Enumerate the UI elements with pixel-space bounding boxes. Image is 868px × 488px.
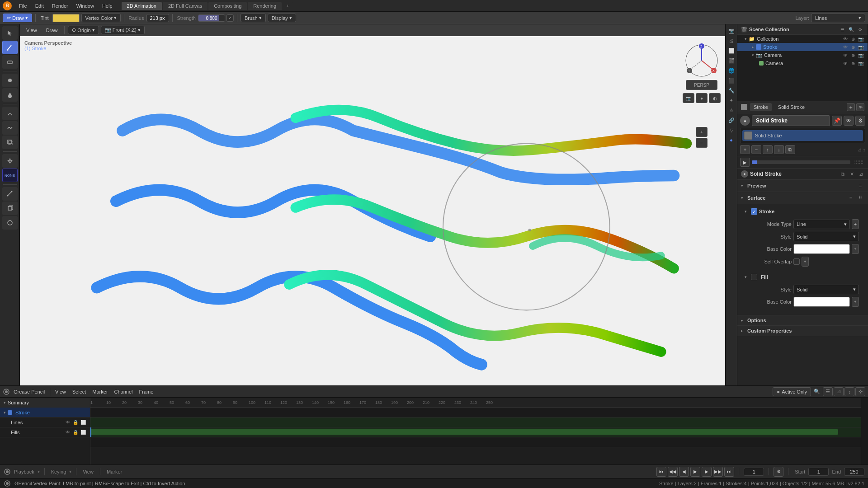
menu-help[interactable]: Help [99, 2, 116, 9]
stroke-eye-icon[interactable]: 👁 [842, 44, 849, 50]
mat-copy-btn[interactable]: ⧉ [785, 145, 795, 154]
search-tl-icon[interactable]: 🔍 [812, 389, 822, 394]
active-only-btn[interactable]: ● Active Only [773, 387, 811, 396]
material-name-btn[interactable]: Solid Stroke [752, 115, 830, 126]
stroke-cursor-icon[interactable]: ⊕ [850, 44, 856, 50]
tl-channel-btn[interactable]: Channel [112, 388, 136, 395]
smooth-tool-btn[interactable] [2, 121, 18, 135]
tl-sort-btn[interactable]: ↕ [844, 387, 854, 396]
prev-frame-btn[interactable]: ◀ [679, 467, 689, 477]
navigation-gizmo[interactable]: Z X Y [684, 42, 720, 79]
lines-hide-icon[interactable]: ⬜ [80, 419, 86, 426]
add-workspace-tab[interactable]: + [283, 2, 292, 10]
prev-keyframe-btn[interactable]: ◀◀ [668, 467, 678, 477]
sculpt-tool-btn[interactable] [2, 107, 18, 120]
play-pause-btn[interactable]: ▶ [740, 158, 750, 167]
mat-add-btn[interactable]: + [740, 145, 750, 154]
tl-funnel-btn[interactable]: ⊿ [834, 387, 844, 396]
tl-lines-row[interactable]: Lines 👁 🔒 ⬜ [0, 418, 90, 427]
prop-tab-material[interactable]: ● [727, 136, 736, 145]
tl-view-btn[interactable]: View [52, 388, 69, 395]
stroke-base-color-swatch[interactable] [793, 244, 850, 254]
outliner-item-collection[interactable]: ▾ 📁 Collection 👁 ⊕ 📷 [737, 35, 868, 43]
camera-child-cursor-icon[interactable]: ⊕ [850, 60, 856, 66]
fills-eye-icon[interactable]: 👁 [65, 429, 71, 436]
brush-btn[interactable]: Brush ▾ [241, 14, 266, 22]
strength-checkbox[interactable]: ✓ [226, 14, 234, 22]
menu-render[interactable]: Render [48, 2, 72, 9]
next-keyframe-btn[interactable]: ▶▶ [713, 467, 723, 477]
lines-lock-icon[interactable]: 🔒 [72, 419, 79, 426]
end-frame-input[interactable]: 250 [844, 468, 864, 476]
tab-compositing[interactable]: Compositing [208, 2, 247, 10]
jump-end-btn[interactable]: ⏭ [724, 467, 734, 477]
solid-stroke-tab[interactable]: Solid Stroke [774, 103, 808, 111]
zoom-out-btn[interactable]: − [696, 138, 708, 148]
fill-base-color-more-btn[interactable]: + [852, 297, 859, 307]
zoom-in-btn[interactable]: + [696, 127, 708, 137]
viewport-camera-btn[interactable]: 📷 Front (X:Z) ▾ [101, 26, 145, 34]
surface-section-header[interactable]: ▾ Surface ≡ ⠿ [737, 192, 868, 204]
animation-scrubber[interactable] [752, 160, 850, 164]
tl-snap-btn[interactable]: ⊹ [855, 387, 865, 396]
mode-type-more-btn[interactable]: + [852, 219, 859, 229]
prop-tab-scene[interactable]: 🎬 [727, 56, 736, 65]
viewport-origin-btn[interactable]: ⊕ Origin ▾ [68, 26, 99, 34]
mat-pin-btn[interactable]: 📌 [832, 116, 842, 126]
menu-window[interactable]: Window [73, 2, 98, 9]
mat-remove-btn[interactable]: − [751, 145, 761, 154]
surface-list-icon[interactable]: ≡ [847, 194, 855, 202]
prop-tab-output[interactable]: 🖨 [727, 36, 736, 45]
camera-parent-eye-icon[interactable]: 👁 [842, 52, 849, 58]
main-viewport[interactable]: View Draw ⊕ Origin ▾ 📷 Front (X:Z) ▾ Cam… [20, 24, 725, 385]
tint-color-swatch[interactable] [52, 14, 80, 22]
lines-eye-icon[interactable]: 👁 [65, 419, 71, 426]
viewport-persp-btn[interactable]: PERSP [686, 80, 717, 90]
next-frame-btn[interactable]: ▶ [702, 467, 712, 477]
tint-tool-btn[interactable] [2, 88, 18, 102]
jump-start-btn[interactable]: ⏮ [656, 467, 666, 477]
stroke-tab[interactable]: Stroke [750, 103, 772, 111]
prop-tab-render[interactable]: 📷 [727, 26, 736, 35]
prop-tab-physics[interactable]: ⚛ [727, 106, 736, 115]
prop-tab-data[interactable]: ▽ [727, 126, 736, 135]
erase-tool-btn[interactable] [2, 55, 18, 69]
mat-up-btn[interactable]: ↑ [763, 145, 773, 154]
vertex-color-btn[interactable]: Vertex Color ▾ [81, 14, 121, 22]
prop-tab-world[interactable]: 🌐 [727, 66, 736, 75]
prop-tab-view-layer[interactable]: ⬜ [727, 46, 736, 55]
display-btn[interactable]: Display ▾ [268, 14, 296, 22]
outliner-item-stroke[interactable]: ▸ Stroke 👁 ⊕ 📷 [737, 43, 868, 51]
fill-base-color-swatch[interactable] [793, 297, 850, 307]
collection-render-icon[interactable]: 📷 [858, 36, 864, 42]
options-section-header[interactable]: ▸ Options [737, 315, 868, 325]
fills-lock-icon[interactable]: 🔒 [72, 429, 79, 436]
mat-down-btn[interactable]: ↓ [774, 145, 784, 154]
collection-eye-icon[interactable]: 👁 [842, 36, 849, 42]
play-btn[interactable]: ▶ [690, 467, 700, 477]
collection-cursor-icon[interactable]: ⊕ [850, 36, 856, 42]
prop-tab-constraints[interactable]: 🔗 [727, 116, 736, 125]
stroke-enabled-checkbox[interactable] [751, 208, 757, 215]
start-frame-input[interactable]: 1 [808, 468, 829, 476]
viewport-overlay-btn[interactable]: ◐ [709, 93, 721, 103]
mat-active-close-icon[interactable]: ✕ [848, 170, 855, 178]
tab-rendering[interactable]: Rendering [248, 2, 282, 10]
camera-child-render-icon[interactable]: 📷 [858, 60, 864, 66]
select-tool-btn[interactable] [2, 26, 18, 40]
mat-active-copy-icon[interactable]: ⧉ [839, 170, 846, 178]
menu-edit[interactable]: Edit [32, 2, 47, 9]
custom-props-header[interactable]: ▸ Custom Properties [737, 326, 868, 336]
outliner-item-camera-child[interactable]: Camera 👁 ⊕ 📷 [737, 59, 868, 67]
playback-settings-icon[interactable]: ⚙ [774, 467, 783, 477]
material-list-item-solid[interactable]: Solid Stroke [742, 130, 863, 141]
timeline-scrollbar[interactable] [861, 398, 868, 465]
tl-filter-btn[interactable]: ☰ [823, 387, 833, 396]
fill-tool-btn[interactable] [2, 74, 18, 87]
tl-frame-btn[interactable]: Frame [137, 388, 156, 395]
fill-enabled-toggle[interactable] [751, 274, 757, 280]
stroke-base-color-more-btn[interactable]: + [852, 244, 859, 254]
outliner-sync-icon[interactable]: ⟳ [857, 26, 864, 33]
prop-tab-particles[interactable]: ✦ [727, 96, 736, 105]
surface-more-icon[interactable]: ⠿ [856, 194, 864, 202]
